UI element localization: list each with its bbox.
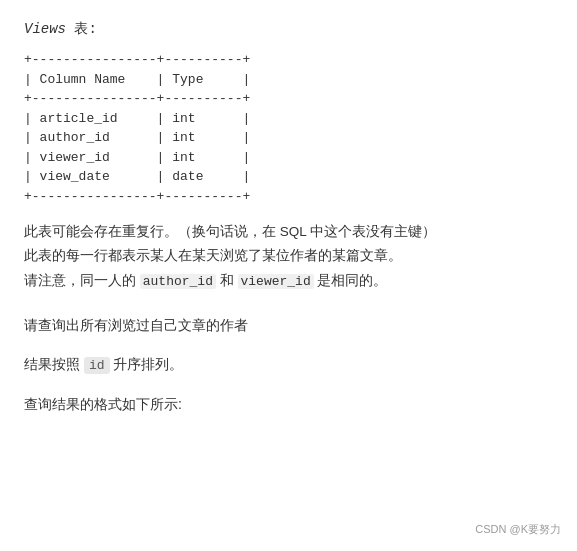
viewer-id-inline: viewer_id — [238, 274, 314, 289]
format-text: 查询结果的格式如下所示: — [24, 392, 553, 417]
table-separator-mid: +----------------+----------+ — [24, 89, 553, 109]
views-keyword: Views — [24, 21, 66, 37]
watermark: CSDN @K要努力 — [475, 522, 561, 537]
table-row-author-id: | author_id | int | — [24, 128, 553, 148]
result-order-text: 结果按照 id 升序排列。 — [24, 352, 553, 377]
description-block: 此表可能会存在重复行。（换句话说，在 SQL 中这个表没有主键） 此表的每一行都… — [24, 220, 553, 293]
author-id-inline: author_id — [140, 274, 216, 289]
table-separator-bottom: +----------------+----------+ — [24, 187, 553, 207]
table-row-view-date: | view_date | date | — [24, 167, 553, 187]
id-badge: id — [84, 357, 110, 374]
description-line3-suffix: 是相同的。 — [314, 273, 388, 288]
table-row-article-id: | article_id | int | — [24, 109, 553, 129]
table-separator-top: +----------------+----------+ — [24, 50, 553, 70]
section-label: Views 表: — [24, 20, 553, 38]
table-suffix: 表: — [74, 21, 96, 37]
result-order-suffix: 升序排列。 — [110, 356, 184, 372]
description-line2: 此表的每一行都表示某人在某天浏览了某位作者的某篇文章。 — [24, 244, 553, 268]
description-line3-middle: 和 — [216, 273, 238, 288]
description-line3: 请注意，同一人的 author_id 和 viewer_id 是相同的。 — [24, 269, 553, 293]
description-line3-prefix: 请注意，同一人的 — [24, 273, 140, 288]
description-line1: 此表可能会存在重复行。（换句话说，在 SQL 中这个表没有主键） — [24, 220, 553, 244]
question-text: 请查询出所有浏览过自己文章的作者 — [24, 313, 553, 338]
schema-table: +----------------+----------+ | Column N… — [24, 50, 553, 206]
table-row-viewer-id: | viewer_id | int | — [24, 148, 553, 168]
table-header-row: | Column Name | Type | — [24, 70, 553, 90]
question-section: 请查询出所有浏览过自己文章的作者 结果按照 id 升序排列。 查询结果的格式如下… — [24, 313, 553, 417]
result-order-prefix: 结果按照 — [24, 356, 84, 372]
